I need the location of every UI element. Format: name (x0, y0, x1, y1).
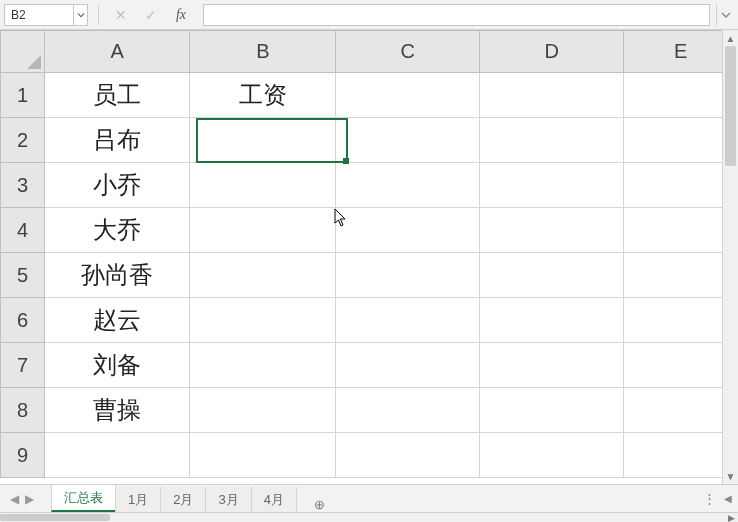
cell-B5[interactable] (190, 253, 336, 298)
name-box-wrap (4, 4, 88, 26)
tab-label: 4月 (264, 492, 284, 507)
hscroll-right-arrow-icon[interactable]: ▶ (724, 513, 738, 523)
scroll-up-arrow-icon[interactable]: ▲ (723, 30, 738, 46)
plus-circle-icon: ⊕ (314, 497, 325, 512)
row-header-1[interactable]: 1 (1, 73, 45, 118)
cell-D9[interactable] (480, 433, 624, 478)
cell-E6[interactable] (624, 298, 738, 343)
row-header-7[interactable]: 7 (1, 343, 45, 388)
select-all-corner[interactable] (1, 31, 45, 73)
row-header-3[interactable]: 3 (1, 163, 45, 208)
cell-B1[interactable]: 工资 (190, 73, 336, 118)
sheet-tab-apr[interactable]: 4月 (251, 487, 297, 512)
hscroll-left-arrow-icon[interactable]: ◀ (724, 493, 732, 504)
col-header-E[interactable]: E (624, 31, 738, 73)
tab-next-icon[interactable]: ▶ (23, 492, 36, 506)
row-header-4[interactable]: 4 (1, 208, 45, 253)
cell-A4[interactable]: 大乔 (44, 208, 189, 253)
name-box[interactable] (4, 4, 74, 26)
cell-D2[interactable] (480, 118, 624, 163)
cell-B3[interactable] (190, 163, 336, 208)
col-header-B[interactable]: B (190, 31, 336, 73)
tab-nav-buttons[interactable]: ◀ ▶ (0, 485, 44, 512)
cell-E5[interactable] (624, 253, 738, 298)
scroll-down-arrow-icon[interactable]: ▼ (723, 468, 738, 484)
table-row: 4 大乔 (1, 208, 738, 253)
cell-C8[interactable] (336, 388, 480, 433)
add-sheet-button[interactable]: ⊕ (307, 497, 333, 512)
row-header-8[interactable]: 8 (1, 388, 45, 433)
tab-split-handle-icon[interactable]: ⋮ (703, 491, 718, 506)
cell-B9[interactable] (190, 433, 336, 478)
cell-C7[interactable] (336, 343, 480, 388)
row-header-5[interactable]: 5 (1, 253, 45, 298)
row-header-9[interactable]: 9 (1, 433, 45, 478)
cell-B2[interactable] (190, 118, 336, 163)
enter-button[interactable]: ✓ (139, 4, 163, 26)
cell-A6[interactable]: 赵云 (44, 298, 189, 343)
vscroll-thumb[interactable] (725, 46, 736, 166)
sheet-tab-feb[interactable]: 2月 (160, 487, 206, 512)
cell-D4[interactable] (480, 208, 624, 253)
name-box-dropdown[interactable] (74, 4, 88, 26)
cell-E9[interactable] (624, 433, 738, 478)
tabs-spacer (333, 485, 697, 512)
vertical-scrollbar[interactable]: ▲ ▼ (722, 30, 738, 484)
cell-C3[interactable] (336, 163, 480, 208)
cell-E4[interactable] (624, 208, 738, 253)
cell-B4[interactable] (190, 208, 336, 253)
insert-function-button[interactable]: fx (169, 4, 193, 26)
cell-A2[interactable]: 吕布 (44, 118, 189, 163)
sheet-body: 1 员工 工资 2 吕布 3 小乔 (1, 73, 738, 478)
vscroll-track[interactable] (723, 46, 738, 468)
cell-A3[interactable]: 小乔 (44, 163, 189, 208)
tab-label: 1月 (128, 492, 148, 507)
tab-label: 2月 (173, 492, 193, 507)
cell-A7[interactable]: 刘备 (44, 343, 189, 388)
cell-E8[interactable] (624, 388, 738, 433)
cell-D8[interactable] (480, 388, 624, 433)
fx-icon: fx (176, 7, 186, 23)
formula-input[interactable] (203, 4, 710, 26)
tab-prev-icon[interactable]: ◀ (8, 492, 21, 506)
cell-C6[interactable] (336, 298, 480, 343)
cell-E2[interactable] (624, 118, 738, 163)
table-row: 6 赵云 (1, 298, 738, 343)
cell-A5[interactable]: 孙尚香 (44, 253, 189, 298)
row-header-2[interactable]: 2 (1, 118, 45, 163)
col-header-C[interactable]: C (336, 31, 480, 73)
cell-B7[interactable] (190, 343, 336, 388)
cell-A8[interactable]: 曹操 (44, 388, 189, 433)
col-header-A[interactable]: A (44, 31, 189, 73)
cell-A1[interactable]: 员工 (44, 73, 189, 118)
cell-C2[interactable] (336, 118, 480, 163)
tab-label: 汇总表 (64, 490, 103, 505)
row-header-6[interactable]: 6 (1, 298, 45, 343)
spreadsheet-grid[interactable]: A B C D E 1 员工 工资 2 吕布 (0, 30, 738, 484)
sheet-tab-jan[interactable]: 1月 (115, 487, 161, 512)
cell-D6[interactable] (480, 298, 624, 343)
cell-E3[interactable] (624, 163, 738, 208)
cancel-button[interactable]: ✕ (109, 4, 133, 26)
formula-bar: ✕ ✓ fx (0, 0, 738, 30)
horizontal-scrollbar[interactable]: ▶ (0, 512, 738, 522)
col-header-D[interactable]: D (480, 31, 624, 73)
cell-C1[interactable] (336, 73, 480, 118)
sheet-tab-summary[interactable]: 汇总表 (51, 485, 116, 512)
cell-E1[interactable] (624, 73, 738, 118)
cell-C5[interactable] (336, 253, 480, 298)
cell-A9[interactable] (44, 433, 189, 478)
cell-E7[interactable] (624, 343, 738, 388)
cell-D1[interactable] (480, 73, 624, 118)
cell-D5[interactable] (480, 253, 624, 298)
cell-D7[interactable] (480, 343, 624, 388)
cell-B8[interactable] (190, 388, 336, 433)
cell-C9[interactable] (336, 433, 480, 478)
formula-expand-button[interactable] (716, 4, 734, 26)
cell-D3[interactable] (480, 163, 624, 208)
hscroll-track[interactable] (0, 513, 724, 522)
cell-B6[interactable] (190, 298, 336, 343)
hscroll-thumb[interactable] (0, 514, 110, 521)
cell-C4[interactable] (336, 208, 480, 253)
sheet-tab-mar[interactable]: 3月 (205, 487, 251, 512)
